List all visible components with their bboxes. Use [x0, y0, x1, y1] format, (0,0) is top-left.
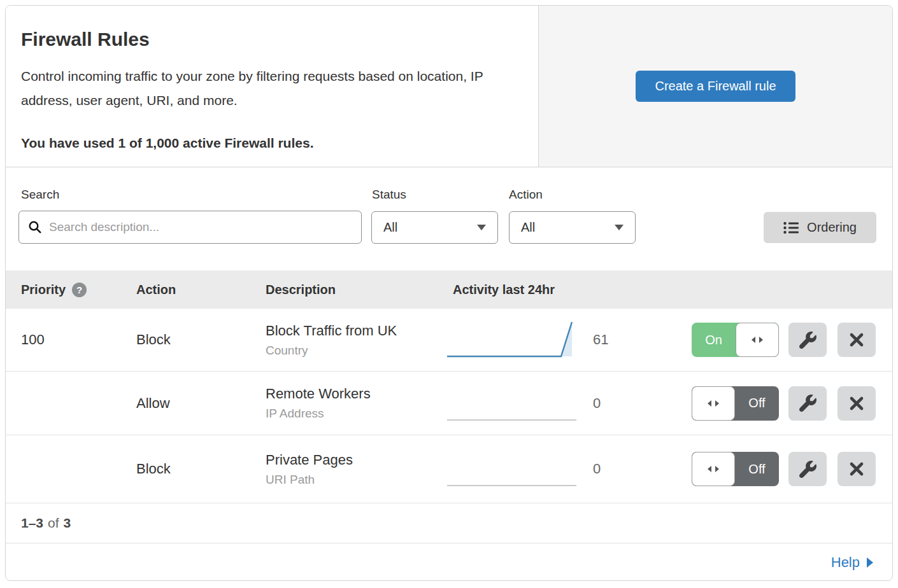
activity-sparkline [446, 435, 577, 503]
activity-sparkline [446, 309, 577, 371]
help-bar: Help [6, 543, 892, 581]
table-header: Priority ? Action Description Activity l… [6, 270, 892, 309]
priority-header-label: Priority [21, 283, 66, 297]
status-selected-value: All [383, 220, 397, 235]
chevron-down-icon [615, 225, 624, 230]
edit-rule-button[interactable] [788, 435, 827, 503]
usage-summary: You have used 1 of 1,000 active Firewall… [21, 136, 513, 151]
rule-description: Remote Workers IP Address [266, 372, 371, 435]
edit-rule-button[interactable] [788, 372, 827, 435]
rule-description-title[interactable]: Remote Workers [266, 386, 371, 402]
toggle-handle-icon[interactable] [692, 386, 735, 421]
close-icon[interactable] [837, 386, 876, 421]
search-box[interactable] [18, 211, 362, 244]
toggle-state-label: Off [735, 386, 779, 421]
rule-action: Block [136, 309, 171, 371]
close-icon[interactable] [837, 323, 876, 357]
column-header-description: Description [266, 270, 336, 309]
pagination-of: of [48, 515, 59, 531]
page-description: Control incoming traffic to your zone by… [21, 64, 513, 113]
firewall-rules-card: Firewall Rules Control incoming traffic … [5, 5, 893, 581]
column-header-activity: Activity last 24hr [453, 270, 555, 309]
column-header-priority: Priority ? [21, 270, 87, 309]
delete-rule-button[interactable] [837, 372, 876, 435]
rule-action: Block [136, 435, 171, 503]
page-title: Firewall Rules [21, 29, 513, 50]
wrench-icon[interactable] [788, 323, 827, 357]
search-icon [28, 220, 42, 234]
search-label: Search [21, 188, 59, 202]
activity-count: 0 [593, 435, 601, 503]
edit-rule-button[interactable] [788, 309, 827, 371]
table-row: Allow Remote Workers IP Address 0 Off [6, 371, 892, 435]
activity-sparkline [446, 372, 577, 435]
pagination-bar: 1–3 of 3 [6, 503, 892, 543]
rule-toggle[interactable]: On [692, 309, 779, 371]
rule-action: Allow [136, 372, 170, 435]
table-row: 100 Block Block Traffic from UK Country … [6, 309, 892, 371]
wrench-icon[interactable] [788, 452, 827, 486]
chevron-down-icon [477, 225, 486, 230]
rule-description-title[interactable]: Private Pages [266, 452, 353, 468]
rule-toggle[interactable]: Off [692, 435, 779, 503]
header-text-panel: Firewall Rules Control incoming traffic … [6, 6, 538, 167]
status-label: Status [372, 188, 406, 202]
list-icon [783, 221, 799, 234]
header-action-panel: Create a Firewall rule [538, 6, 892, 167]
table-row: Block Private Pages URI Path 0 Off [6, 435, 892, 503]
action-select[interactable]: All [509, 211, 636, 244]
rule-toggle[interactable]: Off [692, 372, 779, 435]
rule-description: Private Pages URI Path [266, 435, 353, 503]
activity-count: 61 [593, 309, 608, 371]
toggle-handle-icon[interactable] [692, 452, 735, 486]
arrow-right-icon [867, 557, 873, 568]
status-select[interactable]: All [371, 211, 498, 244]
delete-rule-button[interactable] [837, 309, 876, 371]
ordering-button[interactable]: Ordering [764, 212, 876, 243]
action-label: Action [509, 188, 543, 202]
rule-match-type: Country [266, 344, 308, 358]
priority-help-icon[interactable]: ? [72, 283, 87, 297]
rule-match-type: URI Path [266, 473, 315, 487]
wrench-icon[interactable] [788, 386, 827, 421]
help-link-label: Help [831, 554, 860, 571]
rule-description: Block Traffic from UK Country [266, 309, 397, 371]
help-link[interactable]: Help [831, 554, 873, 571]
toggle-handle-icon[interactable] [736, 323, 779, 357]
toggle-state-label: On [692, 323, 736, 357]
create-firewall-rule-button[interactable]: Create a Firewall rule [636, 71, 795, 102]
rule-match-type: IP Address [266, 407, 324, 421]
action-selected-value: All [521, 220, 535, 235]
activity-count: 0 [593, 372, 601, 435]
rule-description-title[interactable]: Block Traffic from UK [266, 323, 397, 339]
ordering-button-label: Ordering [807, 220, 857, 235]
header-section: Firewall Rules Control incoming traffic … [6, 6, 892, 167]
filter-bar: Search Status All Action All Ordering [6, 167, 892, 270]
rule-priority: 100 [21, 309, 45, 371]
column-header-action: Action [136, 270, 176, 309]
pagination-total: 3 [64, 515, 71, 531]
search-input[interactable] [49, 220, 352, 234]
delete-rule-button[interactable] [837, 435, 876, 503]
toggle-state-label: Off [735, 452, 779, 486]
pagination-range: 1–3 [21, 515, 43, 531]
close-icon[interactable] [837, 452, 876, 486]
